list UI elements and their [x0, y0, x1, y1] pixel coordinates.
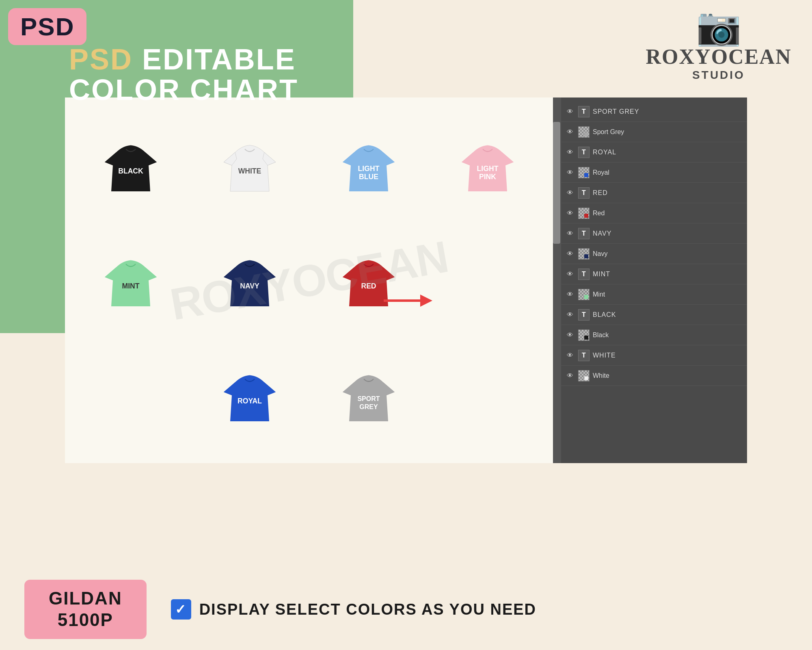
layer-name-royal-text: ROYAL: [593, 149, 743, 156]
layer-name-navy-img: Navy: [593, 250, 743, 258]
layer-navy-text[interactable]: 👁 T NAVY: [561, 223, 747, 244]
tshirt-empty-r3c1: [73, 340, 188, 451]
gildan-model: 5100P: [49, 609, 122, 631]
layer-name-royal-img: Royal: [593, 169, 743, 176]
tshirt-mint: MINT: [73, 225, 188, 336]
logo-camera-icon: 📷: [641, 8, 796, 45]
tshirt-grid: ROXYOCEAN BLACK: [65, 98, 553, 463]
layer-sport-grey-img[interactable]: 👁 Sport Grey: [561, 122, 747, 142]
svg-text:WHITE: WHITE: [238, 167, 261, 175]
layer-eye-icon[interactable]: 👁: [565, 310, 575, 320]
layer-type-icon: T: [578, 350, 590, 361]
layer-name-white-img: White: [593, 372, 743, 379]
svg-text:BLUE: BLUE: [359, 172, 378, 180]
layer-red-text[interactable]: 👁 T RED: [561, 183, 747, 203]
tshirt-svg-navy: NAVY: [217, 248, 282, 313]
svg-text:LIGHT: LIGHT: [477, 165, 498, 173]
layer-name-navy-text: NAVY: [593, 230, 743, 237]
layer-name-black-img: Black: [593, 332, 743, 339]
layer-thumb-black: [578, 329, 590, 341]
scrollbar-thumb[interactable]: [553, 122, 560, 244]
gildan-badge: GILDAN 5100P: [24, 580, 147, 639]
layer-thumb-sport-grey: [578, 126, 590, 138]
layer-thumb-navy: [578, 248, 590, 260]
layer-type-icon: T: [578, 147, 590, 158]
tshirt-svg-sport-grey: SPORT GREY: [336, 363, 401, 428]
tshirt-svg-mint: MINT: [98, 248, 163, 313]
tshirt-white: WHITE: [192, 110, 307, 221]
svg-text:MINT: MINT: [122, 282, 139, 290]
display-select-text: ✓ DISPLAY SELECT COLORS AS YOU NEED: [171, 599, 536, 620]
layer-name-black-text: BLACK: [593, 311, 743, 318]
layer-eye-icon[interactable]: 👁: [565, 290, 575, 299]
layer-royal-img[interactable]: 👁 Royal: [561, 162, 747, 183]
layer-type-icon: T: [578, 269, 590, 280]
tshirt-svg-light-pink: LIGHT PINK: [455, 133, 520, 198]
layer-name-mint-text: MINT: [593, 271, 743, 278]
layer-thumb-red: [578, 208, 590, 219]
layer-mint-img[interactable]: 👁 Mint: [561, 284, 747, 305]
layer-eye-icon[interactable]: 👁: [565, 229, 575, 238]
tshirt-svg-white: WHITE: [217, 133, 282, 198]
checkbox-icon: ✓: [171, 599, 191, 620]
layer-eye-icon[interactable]: 👁: [565, 168, 575, 178]
svg-text:ROYAL: ROYAL: [238, 397, 262, 405]
layer-navy-img[interactable]: 👁 Navy: [561, 244, 747, 264]
tshirt-royal: ROYAL: [192, 340, 307, 451]
gildan-brand: GILDAN: [49, 588, 122, 609]
layer-eye-icon[interactable]: 👁: [565, 371, 575, 381]
layer-white-text[interactable]: 👁 T WHITE: [561, 345, 747, 366]
layer-name-white-text: WHITE: [593, 352, 743, 359]
layer-eye-icon[interactable]: 👁: [565, 269, 575, 279]
logo-subtitle: STUDIO: [641, 69, 796, 82]
tshirt-empty-r2c4: [430, 225, 545, 336]
layer-red-img[interactable]: 👁 Red: [561, 203, 747, 223]
layer-name-sport-grey-img: Sport Grey: [593, 128, 743, 136]
psd-badge-text: PSD: [20, 13, 74, 41]
layer-eye-icon[interactable]: 👁: [565, 107, 575, 117]
layer-eye-icon[interactable]: 👁: [565, 147, 575, 157]
psd-badge: PSD: [8, 8, 86, 45]
layer-thumb-white: [578, 370, 590, 381]
tshirt-black: BLACK: [73, 110, 188, 221]
svg-text:NAVY: NAVY: [240, 282, 259, 290]
tshirt-light-blue: LIGHT BLUE: [311, 110, 426, 221]
tshirt-light-pink: LIGHT PINK: [430, 110, 545, 221]
layer-name-sport-grey-text: SPORT GREY: [593, 108, 743, 115]
main-title: PSD EDITABLE COLOR CHART: [69, 45, 298, 106]
bottom-bar: GILDAN 5100P ✓ DISPLAY SELECT COLORS AS …: [0, 569, 812, 650]
tshirt-svg-royal: ROYAL: [217, 363, 282, 428]
title-editable: EDITABLE: [133, 43, 296, 76]
tshirt-navy: NAVY: [192, 225, 307, 336]
layer-type-icon: T: [578, 106, 590, 117]
layer-eye-icon[interactable]: 👁: [565, 127, 575, 137]
tshirt-sport-grey: SPORT GREY: [311, 340, 426, 451]
layer-name-red-text: RED: [593, 189, 743, 197]
svg-text:RED: RED: [361, 282, 376, 290]
layer-eye-icon[interactable]: 👁: [565, 249, 575, 259]
layer-royal-text[interactable]: 👁 T ROYAL: [561, 142, 747, 162]
layer-black-img[interactable]: 👁 Black: [561, 325, 747, 345]
title-line2: COLOR CHART: [69, 74, 298, 106]
layer-mint-text[interactable]: 👁 T MINT: [561, 264, 747, 284]
layer-eye-icon[interactable]: 👁: [565, 330, 575, 340]
tshirt-svg-black: BLACK: [98, 133, 163, 198]
layer-black-text[interactable]: 👁 T BLACK: [561, 305, 747, 325]
tshirt-empty-r3c4: [430, 340, 545, 451]
svg-text:PINK: PINK: [479, 172, 496, 180]
layer-eye-icon[interactable]: 👁: [565, 351, 575, 360]
main-content: ROXYOCEAN BLACK: [65, 98, 747, 463]
layer-eye-icon[interactable]: 👁: [565, 188, 575, 198]
svg-text:BLACK: BLACK: [118, 167, 143, 175]
layer-type-icon: T: [578, 187, 590, 199]
layer-thumb-mint: [578, 289, 590, 300]
svg-text:LIGHT: LIGHT: [358, 165, 379, 173]
layer-thumb-royal: [578, 167, 590, 178]
title-psd: PSD: [69, 43, 133, 76]
layer-eye-icon[interactable]: 👁: [565, 208, 575, 218]
layers-panel: 👁 T SPORT GREY 👁 Sport Grey 👁 T ROYAL 👁 …: [560, 98, 747, 463]
svg-marker-13: [420, 295, 432, 307]
layer-white-img[interactable]: 👁 White: [561, 366, 747, 386]
layer-sport-grey-text[interactable]: 👁 T SPORT GREY: [561, 102, 747, 122]
svg-text:GREY: GREY: [359, 403, 378, 410]
